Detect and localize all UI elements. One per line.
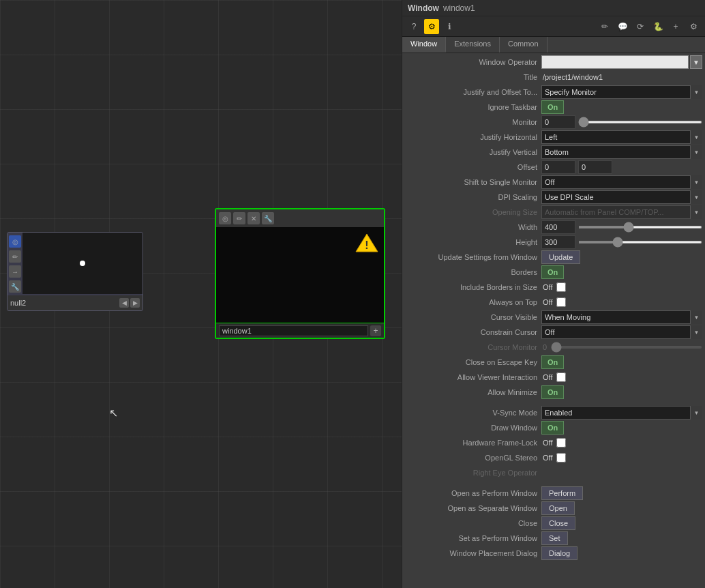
width-label: Width xyxy=(405,223,541,231)
open-separate-value[interactable]: Open xyxy=(541,501,702,515)
dpi-scaling-select[interactable]: Use DPI Scale xyxy=(541,190,702,204)
cursor-monitor-slider[interactable] xyxy=(551,346,702,349)
update-btn[interactable]: Update xyxy=(541,250,580,264)
height-value[interactable] xyxy=(541,235,702,249)
window-node-footer[interactable]: + xyxy=(216,323,384,338)
constrain-cursor-select[interactable]: Off On xyxy=(541,325,702,339)
monitor-value[interactable] xyxy=(541,115,702,129)
node-arrows[interactable]: ◀ ▶ xyxy=(119,298,140,308)
open-perform-btn[interactable]: Perform xyxy=(541,486,583,500)
width-slider[interactable] xyxy=(578,226,702,229)
vsync-value[interactable]: Enabled Disabled ▼ xyxy=(541,406,702,420)
borders-toggle[interactable]: On xyxy=(541,265,564,279)
toolbar-chat-icon[interactable]: 💬 xyxy=(615,19,630,34)
height-slider[interactable] xyxy=(578,241,702,244)
prop-shift-single: Shift to Single Monitor Off On ▼ xyxy=(402,175,705,190)
window-add-btn[interactable]: + xyxy=(370,325,381,336)
shift-single-value[interactable]: Off On ▼ xyxy=(541,175,702,189)
draw-window-toggle[interactable]: On xyxy=(541,421,564,435)
justify-offset-select[interactable]: Specify Monitor xyxy=(541,85,702,99)
placement-dialog-btn[interactable]: Dialog xyxy=(541,546,578,560)
toolbar-active-icon[interactable]: ⚙ xyxy=(424,19,439,34)
cursor-visible-select[interactable]: When Moving Always Never xyxy=(541,310,702,324)
dpi-scaling-value[interactable]: Use DPI Scale ▼ xyxy=(541,190,702,204)
arrow-right-btn[interactable]: ▶ xyxy=(130,298,140,308)
window-node-icon-x: ✕ xyxy=(247,212,260,224)
placement-dialog-label: Window Placement Dialog xyxy=(405,549,541,557)
close-btn[interactable]: Close xyxy=(541,516,575,530)
always-on-top-value[interactable]: Off xyxy=(541,297,702,307)
hw-frame-lock-checkbox[interactable] xyxy=(556,438,566,447)
opengl-stereo-value[interactable]: Off xyxy=(541,453,702,462)
set-perform-btn[interactable]: Set xyxy=(541,531,568,545)
monitor-slider[interactable] xyxy=(578,121,702,123)
update-settings-value[interactable]: Update xyxy=(541,250,702,264)
toolbar-gear-icon[interactable]: ⚙ xyxy=(686,19,701,34)
always-on-top-label: Always on Top xyxy=(405,298,541,306)
justify-horizontal-select[interactable]: Left Center Right xyxy=(541,130,702,144)
opening-size-value[interactable]: Automatic from Panel COMP/TOP... ▼ xyxy=(541,205,702,219)
cursor-monitor-value[interactable]: 0 xyxy=(541,343,702,351)
allow-minimize-toggle[interactable]: On xyxy=(541,385,564,399)
offset-value[interactable] xyxy=(541,160,702,174)
include-borders-value[interactable]: Off xyxy=(541,282,702,292)
always-on-top-checkbox[interactable] xyxy=(556,297,566,307)
constrain-cursor-value[interactable]: Off On ▼ xyxy=(541,325,702,339)
height-input[interactable] xyxy=(541,235,575,249)
vsync-select[interactable]: Enabled Disabled xyxy=(541,406,702,420)
toolbar-info-icon[interactable]: ℹ xyxy=(442,19,457,34)
monitor-input[interactable] xyxy=(541,115,575,129)
justify-horizontal-value[interactable]: Left Center Right ▼ xyxy=(541,130,702,144)
cursor-visible-value[interactable]: When Moving Always Never ▼ xyxy=(541,310,702,324)
ignore-taskbar-value[interactable]: On xyxy=(541,100,702,114)
window-operator-value[interactable]: ▼ xyxy=(541,55,702,69)
offset-y-input[interactable] xyxy=(578,160,612,174)
panel-toolbar[interactable]: ? ⚙ ℹ ✏ 💬 ⟳ 🐍 + ⚙ xyxy=(402,16,705,37)
node-editor-panel[interactable]: ◎ ✏ → 🔧 null2 ◀ ▶ ◎ ✏ xyxy=(0,0,402,588)
justify-vertical-select[interactable]: Bottom Top Center xyxy=(541,145,702,159)
node-icon-column: ◎ ✏ → 🔧 xyxy=(7,233,22,295)
node-window1[interactable]: ◎ ✏ ✕ 🔧 ! + xyxy=(215,208,385,339)
opening-size-select[interactable]: Automatic from Panel COMP/TOP... xyxy=(541,205,702,219)
node-null2[interactable]: ◎ ✏ → 🔧 null2 ◀ ▶ xyxy=(7,232,143,311)
tab-window[interactable]: Window xyxy=(402,37,446,53)
tab-common[interactable]: Common xyxy=(500,37,548,53)
hw-frame-lock-value[interactable]: Off xyxy=(541,438,702,447)
include-borders-checkbox[interactable] xyxy=(556,282,566,292)
borders-value[interactable]: On xyxy=(541,265,702,279)
opengl-stereo-checkbox[interactable] xyxy=(556,453,566,462)
close-escape-toggle[interactable]: On xyxy=(541,355,564,369)
arrow-left-btn[interactable]: ◀ xyxy=(119,298,129,308)
width-value[interactable] xyxy=(541,220,702,234)
toolbar-pencil-icon[interactable]: ✏ xyxy=(597,19,612,34)
toolbar-python-icon[interactable]: 🐍 xyxy=(650,19,665,34)
allow-minimize-value[interactable]: On xyxy=(541,385,702,399)
toolbar-help-icon[interactable]: ? xyxy=(406,19,421,34)
prop-draw-window: Draw Window On xyxy=(402,420,705,435)
justify-vertical-value[interactable]: Bottom Top Center ▼ xyxy=(541,145,702,159)
draw-window-value[interactable]: On xyxy=(541,421,702,435)
panel-tabs[interactable]: Window Extensions Common xyxy=(402,37,705,53)
open-perform-value[interactable]: Perform xyxy=(541,486,702,500)
offset-x-input[interactable] xyxy=(541,160,575,174)
open-separate-btn[interactable]: Open xyxy=(541,501,575,515)
hw-frame-lock-label: Hardware Frame-Lock xyxy=(405,439,541,447)
allow-viewer-value[interactable]: Off xyxy=(541,372,702,382)
window-name-input[interactable] xyxy=(219,325,368,336)
window-operator-btn[interactable]: ▼ xyxy=(690,55,702,69)
window-operator-input[interactable] xyxy=(541,55,689,69)
ignore-taskbar-toggle[interactable]: On xyxy=(541,100,564,114)
toolbar-refresh-icon[interactable]: ⟳ xyxy=(633,19,648,34)
shift-single-select[interactable]: Off On xyxy=(541,175,702,189)
set-perform-value[interactable]: Set xyxy=(541,531,702,545)
toolbar-plus-icon[interactable]: + xyxy=(668,19,683,34)
vsync-label: V-Sync Mode xyxy=(405,409,541,417)
width-input[interactable] xyxy=(541,220,575,234)
close-value[interactable]: Close xyxy=(541,516,702,530)
justify-offset-value[interactable]: Specify Monitor ▼ xyxy=(541,85,702,99)
toolbar-right-icons[interactable]: ✏ 💬 ⟳ 🐍 + ⚙ xyxy=(597,19,701,34)
allow-viewer-checkbox[interactable] xyxy=(556,372,566,382)
close-escape-value[interactable]: On xyxy=(541,355,702,369)
placement-dialog-value[interactable]: Dialog xyxy=(541,546,702,560)
tab-extensions[interactable]: Extensions xyxy=(446,37,500,53)
